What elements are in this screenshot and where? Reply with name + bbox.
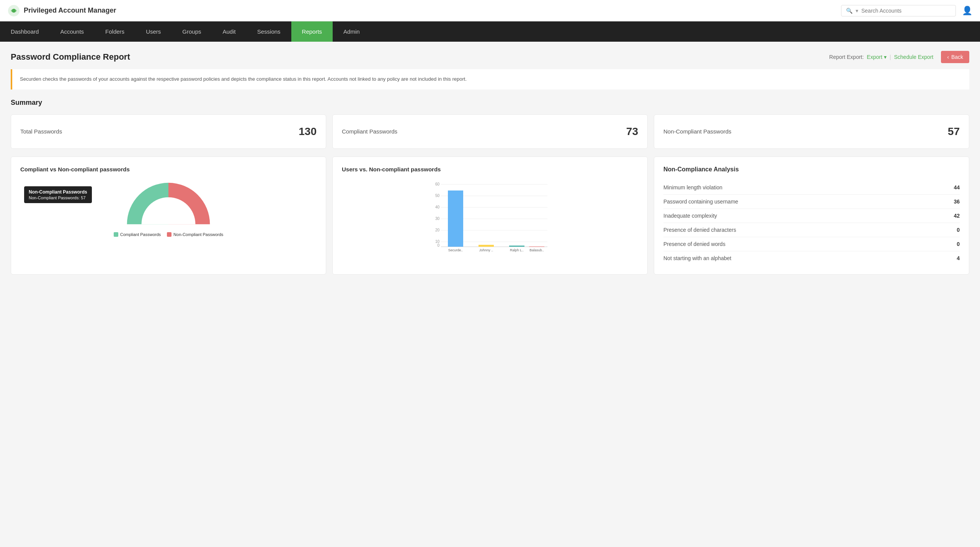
search-input[interactable] — [861, 8, 938, 14]
bar-label-securde: Securde.. — [448, 248, 463, 252]
nav-folders[interactable]: Folders — [95, 21, 135, 42]
analysis-value-4: 0 — [957, 241, 960, 247]
bar-label-johnny: Johnny .. — [479, 248, 493, 252]
analysis-value-3: 0 — [957, 227, 960, 233]
search-chevron: ▾ — [856, 8, 858, 14]
analysis-row-4: Presence of denied words 0 — [663, 237, 960, 251]
stat-noncompliant-passwords: Non-Compliant Passwords 57 — [654, 114, 969, 149]
tooltip-title: Non-Compliant Passwords — [29, 189, 87, 195]
divider: | — [890, 54, 891, 60]
analysis-value-0: 44 — [954, 184, 960, 190]
top-bar: Privileged Account Manager 🔍 ▾ 👤 — [0, 0, 980, 21]
legend-label-compliant: Compliant Passwords — [120, 232, 161, 237]
bar-chart-card: Users vs. Non-compliant passwords 60 50 … — [332, 156, 648, 275]
nav-users[interactable]: Users — [135, 21, 172, 42]
legend-dot-compliant — [114, 232, 118, 237]
nav-accounts[interactable]: Accounts — [49, 21, 95, 42]
nav-admin[interactable]: Admin — [333, 21, 371, 42]
bar-securde — [448, 190, 463, 247]
export-area: Report Export: Export ▾ | Schedule Expor… — [829, 54, 933, 60]
half-pie-container: Non-Compliant Passwords Non-Compliant Pa… — [20, 179, 317, 237]
nav-reports[interactable]: Reports — [291, 21, 333, 42]
legend-compliant: Compliant Passwords — [114, 232, 161, 237]
y-label-50: 50 — [435, 194, 440, 198]
search-area[interactable]: 🔍 ▾ — [841, 5, 956, 16]
bar-chart-svg: 60 50 40 30 20 10 0 — [342, 179, 638, 255]
analysis-label-5: Not starting with an alphabet — [663, 255, 731, 261]
svg-point-1 — [12, 9, 16, 13]
back-arrow-icon: ‹ — [947, 54, 949, 60]
stat-total-passwords: Total Passwords 130 — [11, 114, 326, 149]
analysis-value-1: 36 — [954, 199, 960, 205]
y-label-40: 40 — [435, 205, 440, 209]
summary-title: Summary — [11, 99, 969, 107]
stat-value-noncompliant: 57 — [948, 125, 960, 138]
page-title: Password Compliance Report — [11, 52, 130, 62]
y-label-60: 60 — [435, 182, 440, 186]
stat-label-noncompliant: Non-Compliant Passwords — [663, 128, 732, 135]
pie-tooltip: Non-Compliant Passwords Non-Compliant Pa… — [24, 186, 92, 203]
page-header: Password Compliance Report Report Export… — [11, 51, 969, 63]
schedule-export-button[interactable]: Schedule Export — [894, 54, 933, 60]
analysis-row-5: Not starting with an alphabet 4 — [663, 251, 960, 265]
stat-compliant-passwords: Compliant Passwords 73 — [332, 114, 648, 149]
analysis-row-2: Inadequate complexity 42 — [663, 209, 960, 223]
nav-sessions[interactable]: Sessions — [247, 21, 291, 42]
app-title: Privileged Account Manager — [24, 7, 116, 15]
y-label-30: 30 — [435, 217, 440, 221]
nav-groups[interactable]: Groups — [172, 21, 212, 42]
bar-label-balasub: Balasub.. — [529, 248, 544, 252]
nav-dashboard[interactable]: Dashboard — [0, 21, 49, 42]
analysis-row-0: Minimum length violation 44 — [663, 181, 960, 195]
stat-value-total: 130 — [299, 125, 317, 138]
info-box: Securden checks the passwords of your ac… — [11, 69, 969, 90]
stats-row: Total Passwords 130 Compliant Passwords … — [11, 114, 969, 149]
bar-chart-title: Users vs. Non-compliant passwords — [342, 166, 638, 173]
export-button[interactable]: Export ▾ — [867, 54, 886, 60]
pie-chart-title: Compliant vs Non-compliant passwords — [20, 166, 317, 173]
analysis-title: Non-Compliance Analysis — [663, 166, 960, 173]
legend-noncompliant: Non-Compliant Passwords — [167, 232, 223, 237]
bar-balasub — [529, 246, 544, 247]
main-content: Password Compliance Report Report Export… — [0, 42, 980, 284]
analysis-label-1: Password containing username — [663, 199, 738, 205]
nav-audit[interactable]: Audit — [212, 21, 247, 42]
pie-chart-card: Compliant vs Non-compliant passwords — [11, 156, 326, 275]
charts-row: Compliant vs Non-compliant passwords — [11, 156, 969, 275]
analysis-row-1: Password containing username 36 — [663, 195, 960, 209]
analysis-card: Non-Compliance Analysis Minimum length v… — [654, 156, 969, 275]
analysis-label-2: Inadequate complexity — [663, 213, 717, 219]
bar-label-ralph: Ralph L.. — [510, 248, 524, 252]
export-label: Report Export: — [829, 54, 864, 60]
pie-legend: Compliant Passwords Non-Compliant Passwo… — [114, 232, 224, 237]
app-logo: Privileged Account Manager — [8, 5, 116, 17]
user-icon[interactable]: 👤 — [962, 6, 972, 16]
analysis-value-5: 4 — [957, 255, 960, 261]
y-label-20: 20 — [435, 228, 440, 232]
analysis-label-0: Minimum length violation — [663, 184, 722, 190]
bar-johnny — [479, 245, 494, 247]
stat-label-total: Total Passwords — [20, 128, 62, 135]
stat-value-compliant: 73 — [626, 125, 638, 138]
legend-label-noncompliant: Non-Compliant Passwords — [173, 232, 223, 237]
analysis-value-2: 42 — [954, 213, 960, 219]
logo-icon — [8, 5, 20, 17]
analysis-label-4: Presence of denied words — [663, 241, 725, 247]
legend-dot-noncompliant — [167, 232, 172, 237]
analysis-label-3: Presence of denied characters — [663, 227, 736, 233]
back-button[interactable]: ‹ Back — [941, 51, 969, 63]
main-nav: Dashboard Accounts Folders Users Groups … — [0, 21, 980, 42]
summary-section: Summary Total Passwords 130 Compliant Pa… — [11, 99, 969, 275]
y-label-0: 0 — [437, 243, 439, 247]
export-chevron-icon: ▾ — [884, 54, 887, 60]
info-text: Securden checks the passwords of your ac… — [20, 76, 467, 82]
pie-chart-svg — [119, 179, 218, 228]
search-icon: 🔍 — [846, 8, 853, 14]
bar-ralph — [509, 246, 524, 247]
stat-label-compliant: Compliant Passwords — [342, 128, 397, 135]
analysis-row-3: Presence of denied characters 0 — [663, 223, 960, 237]
tooltip-value: Non-Compliant Passwords: 57 — [29, 195, 87, 200]
